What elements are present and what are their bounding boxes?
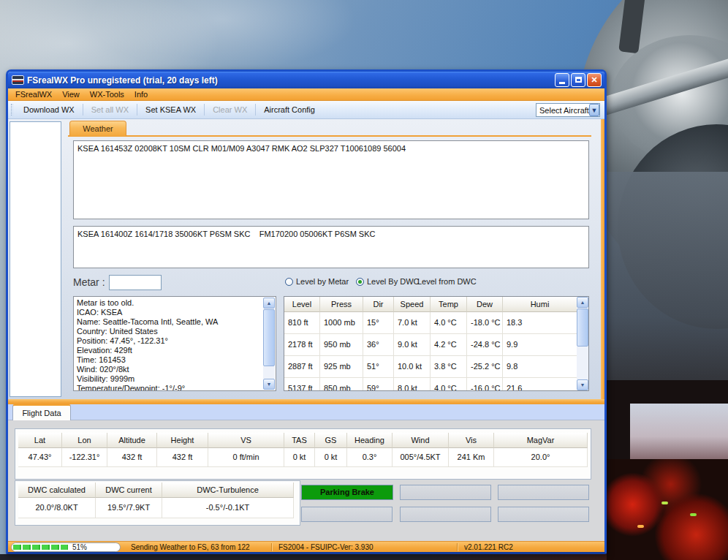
window-title: FSrealWX Pro unregistered (trial, 20 day… xyxy=(27,75,218,86)
table-row[interactable]: 810 ft 1000 mb 15° 7.0 kt 4.0 °C -18.0 °… xyxy=(284,312,577,334)
radio-level-by-metar[interactable]: Level by Metar xyxy=(285,277,349,286)
column-header[interactable]: Altitude xyxy=(107,433,157,448)
column-header[interactable]: Speed xyxy=(394,297,431,312)
table-cell: 0.3° xyxy=(347,448,393,467)
parking-brake-button[interactable]: Parking Brake xyxy=(301,485,393,500)
table-cell: 9.0 kt xyxy=(394,334,431,356)
scrollbar-thumb[interactable] xyxy=(263,309,275,366)
status-app-version: v2.01.221 RC2 xyxy=(464,543,513,551)
column-header[interactable]: DWC calculated xyxy=(18,483,96,498)
table-row[interactable]: 47.43° -122.31° 432 ft 432 ft 0 ft/min 0… xyxy=(18,448,588,467)
menu-wx-tools[interactable]: WX-Tools xyxy=(86,89,129,99)
column-header[interactable]: DWC current xyxy=(96,483,162,498)
table-cell: 0 kt xyxy=(315,448,347,467)
radio-unselected-icon[interactable] xyxy=(285,278,293,286)
metar-textbox[interactable]: KSEA 161453Z 02008KT 10SM CLR M01/M09 A3… xyxy=(73,140,589,219)
table-cell: 2887 ft xyxy=(284,356,320,378)
flight-data-tabstrip xyxy=(8,404,604,420)
metar-input-row: Metar : Level by Metar Level By DWC Leve… xyxy=(8,275,604,292)
tab-weather[interactable]: Weather xyxy=(69,121,126,136)
table-row[interactable]: 20.0°/8.0KT 19.5°/7.9KT -0.5°/-0.1KT xyxy=(18,498,294,518)
column-header[interactable]: VS xyxy=(208,433,284,448)
table-cell: 9.8 xyxy=(503,356,577,378)
info-scrollbar[interactable]: ▲ ▼ xyxy=(263,298,275,390)
table-cell: -122.31° xyxy=(62,448,107,467)
levels-scrollbar[interactable]: ▲ ▼ xyxy=(577,297,588,390)
column-header[interactable]: MagVar xyxy=(494,433,588,448)
table-cell: -0.5°/-0.1KT xyxy=(162,498,294,518)
toolbar-separator xyxy=(137,104,137,116)
weather-panel: Weather KSEA 161453Z 02008KT 10SM CLR M0… xyxy=(8,119,604,399)
menu-fsrealwx[interactable]: FSrealWX xyxy=(11,89,56,99)
metar-input[interactable] xyxy=(109,275,162,290)
column-header[interactable]: Level xyxy=(284,297,320,312)
station-listbox[interactable] xyxy=(10,121,61,397)
table-row[interactable]: 5137 ft 850 mb 59° 8.0 kt 4.0 °C -16.0 °… xyxy=(284,378,577,391)
download-wx-button[interactable]: Download WX xyxy=(17,103,81,116)
tab-flight-data[interactable]: Flight Data xyxy=(12,404,71,420)
column-header[interactable]: Wind xyxy=(393,433,449,448)
minimize-button[interactable] xyxy=(555,73,569,87)
column-header[interactable]: Temp xyxy=(431,297,467,312)
column-header[interactable]: Height xyxy=(157,433,208,448)
column-header[interactable]: DWC-Turbulence xyxy=(162,483,294,498)
column-header[interactable]: Humi xyxy=(503,297,577,312)
scroll-up-icon[interactable]: ▲ xyxy=(577,297,588,308)
scroll-down-icon[interactable]: ▼ xyxy=(577,379,588,390)
title-bar[interactable]: FSrealWX Pro unregistered (trial, 20 day… xyxy=(8,72,604,88)
toolbar-grip-icon[interactable] xyxy=(11,104,13,116)
table-cell: -18.0 °C xyxy=(467,312,503,334)
table-cell: 10.0 kt xyxy=(394,356,431,378)
table-cell: 20.0° xyxy=(494,448,588,467)
radio-level-by-dwc-label: Level By DWC xyxy=(367,277,420,286)
scrollbar-thumb[interactable] xyxy=(577,309,588,347)
column-header[interactable]: Heading xyxy=(347,433,393,448)
table-cell: -25.2 °C xyxy=(467,356,503,378)
table-cell: 925 mb xyxy=(320,356,363,378)
info-line: Time: 161453 xyxy=(77,355,262,365)
levels-header-row: Level Press Dir Speed Temp Dew Humi xyxy=(284,297,577,312)
section-divider xyxy=(8,399,604,404)
table-cell: 18.3 xyxy=(503,312,577,334)
menu-view[interactable]: View xyxy=(58,89,84,99)
radio-level-by-dwc[interactable]: Level By DWC xyxy=(356,277,420,286)
panel-right-accent xyxy=(601,119,604,399)
set-ksea-wx-button[interactable]: Set KSEA WX xyxy=(139,103,202,116)
levels-table: Level Press Dir Speed Temp Dew Humi 810 … xyxy=(284,296,589,391)
table-cell: 3.8 °C xyxy=(431,356,467,378)
table-row[interactable]: 2178 ft 950 mb 36° 9.0 kt 4.2 °C -24.8 °… xyxy=(284,334,577,356)
column-header[interactable]: GS xyxy=(315,433,347,448)
info-line: ICAO: KSEA xyxy=(77,308,262,317)
column-header[interactable]: Lon xyxy=(62,433,107,448)
flight-data-groupbox: Lat Lon Altitude Height VS TAS GS Headin… xyxy=(15,428,591,480)
status-fs-version: FS2004 - FSUIPC-Ver: 3.930 xyxy=(278,543,374,551)
column-header[interactable]: Press xyxy=(320,297,363,312)
select-aircraft-combobox[interactable]: Select Aircraft ▼ xyxy=(536,103,600,117)
table-row[interactable]: 2887 ft 925 mb 51° 10.0 kt 3.8 °C -25.2 … xyxy=(284,356,577,378)
table-cell: 2178 ft xyxy=(284,334,320,356)
scroll-down-icon[interactable]: ▼ xyxy=(263,379,275,390)
column-header[interactable]: Dew xyxy=(467,297,503,312)
table-cell: 51° xyxy=(363,356,394,378)
status-separator xyxy=(457,543,458,551)
column-header[interactable]: Vis xyxy=(449,433,494,448)
scroll-up-icon[interactable]: ▲ xyxy=(263,298,275,309)
column-header[interactable]: Lat xyxy=(18,433,62,448)
table-cell: 432 ft xyxy=(107,448,157,467)
taf-textbox[interactable]: KSEA 161400Z 1614/1718 35006KT P6SM SKC … xyxy=(73,226,589,268)
station-info-listbox[interactable]: Metar is too old. ICAO: KSEA Name: Seatt… xyxy=(73,296,276,391)
flight-data-header-row: Lat Lon Altitude Height VS TAS GS Headin… xyxy=(18,433,588,448)
info-line: Metar is too old. xyxy=(77,298,262,308)
maximize-button[interactable] xyxy=(571,73,585,87)
aircraft-config-button[interactable]: Aircraft Config xyxy=(257,103,322,116)
close-button[interactable]: ✕ xyxy=(587,73,602,87)
set-all-wx-button: Set all WX xyxy=(85,103,135,116)
column-header[interactable]: Dir xyxy=(363,297,394,312)
column-header[interactable]: TAS xyxy=(284,433,315,448)
chevron-down-icon[interactable]: ▼ xyxy=(589,104,599,116)
menu-info[interactable]: Info xyxy=(130,89,152,99)
select-aircraft-value: Select Aircraft xyxy=(536,106,589,115)
metar-label: Metar : xyxy=(73,276,105,288)
radio-selected-icon[interactable] xyxy=(356,278,364,286)
toolbar-separator xyxy=(204,104,205,116)
